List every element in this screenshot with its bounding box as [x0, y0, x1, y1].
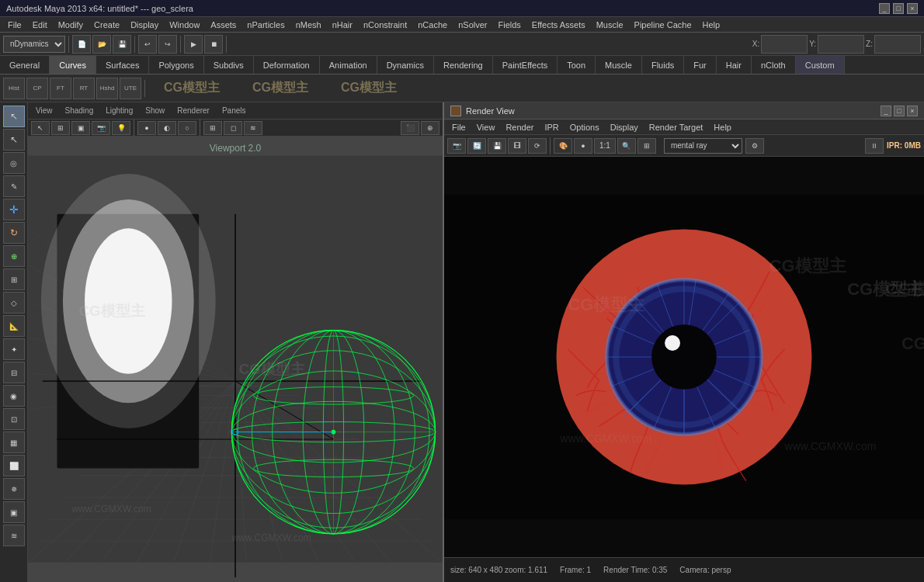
- menu-nsolver[interactable]: nSolver: [453, 19, 492, 31]
- tab-fur[interactable]: Fur: [684, 56, 717, 74]
- viewport-menu-show[interactable]: Show: [142, 105, 168, 116]
- tool-move[interactable]: ✛: [3, 199, 25, 220]
- menu-create[interactable]: Create: [89, 19, 124, 31]
- vp-btn-res[interactable]: ⬛: [401, 121, 419, 135]
- vp-btn-bump[interactable]: ≋: [244, 121, 262, 135]
- render-engine-select[interactable]: mental ray Maya Software Maya Hardware: [664, 138, 742, 154]
- render-menu-file[interactable]: File: [447, 121, 471, 133]
- menu-nhair[interactable]: nHair: [328, 19, 357, 31]
- tool-outliner[interactable]: ▦: [3, 431, 25, 453]
- tab-fluids[interactable]: Fluids: [642, 56, 684, 74]
- menu-modify[interactable]: Modify: [54, 19, 88, 31]
- tool-snap[interactable]: ⊟: [3, 362, 25, 383]
- render-menu-help[interactable]: Help: [709, 121, 736, 133]
- tool-measure[interactable]: 📐: [3, 315, 25, 337]
- tool-paint[interactable]: ✎: [3, 175, 25, 197]
- tab-polygons[interactable]: Polygons: [149, 56, 203, 74]
- tab-surfaces[interactable]: Surfaces: [96, 56, 149, 74]
- tab-general[interactable]: General: [0, 56, 50, 74]
- menu-window[interactable]: Window: [165, 19, 204, 31]
- menu-pipeline[interactable]: Pipeline Cache: [630, 19, 696, 31]
- shelf-ft[interactable]: FT: [50, 78, 71, 99]
- tab-custom[interactable]: Custom: [796, 56, 845, 74]
- render-menu-rendertarget[interactable]: Render Target: [644, 121, 708, 133]
- render-ratio-btn[interactable]: 1:1: [594, 138, 616, 154]
- menu-help[interactable]: Help: [698, 19, 725, 31]
- render-close[interactable]: ×: [907, 106, 918, 116]
- tab-painteffects[interactable]: PaintEffects: [493, 56, 558, 74]
- toolbar-undo[interactable]: ↩: [138, 35, 157, 54]
- tab-toon[interactable]: Toon: [558, 56, 596, 74]
- toolbar-open[interactable]: 📂: [92, 35, 111, 54]
- render-menu-view[interactable]: View: [472, 121, 500, 133]
- menu-file[interactable]: File: [3, 19, 26, 31]
- render-engine-settings[interactable]: ⚙: [745, 138, 764, 154]
- viewport-menu-panels[interactable]: Panels: [219, 105, 249, 116]
- minimize-button[interactable]: _: [879, 3, 890, 14]
- render-maximize[interactable]: □: [894, 106, 905, 116]
- render-btn-4[interactable]: 🎞: [508, 138, 526, 154]
- render-menu-render[interactable]: Render: [501, 121, 538, 133]
- menu-effects[interactable]: Effects Assets: [527, 19, 590, 31]
- vp-btn-cam[interactable]: 📷: [92, 121, 110, 135]
- render-btn-circle[interactable]: ●: [574, 138, 592, 154]
- tool-select2[interactable]: ↖: [3, 129, 25, 151]
- maximize-button[interactable]: □: [893, 3, 904, 14]
- viewport-menu-renderer[interactable]: Renderer: [174, 105, 213, 116]
- vp-btn-shade2[interactable]: ◐: [158, 121, 176, 135]
- render-btn-frame[interactable]: ⊞: [637, 138, 656, 154]
- vp-btn-grid[interactable]: ⊞: [203, 121, 222, 135]
- tool-fluid[interactable]: ≋: [3, 525, 25, 546]
- vp-btn-1[interactable]: ↖: [31, 121, 50, 135]
- render-color-btn[interactable]: 🎨: [554, 138, 572, 154]
- menu-ncache[interactable]: nCache: [413, 19, 452, 31]
- tool-skew[interactable]: ◇: [3, 292, 25, 314]
- vp-btn-2[interactable]: ⊞: [51, 121, 70, 135]
- vp-btn-aa[interactable]: ◻: [224, 121, 242, 135]
- render-btn-1[interactable]: 📷: [447, 138, 466, 154]
- tool-rotate[interactable]: ↻: [3, 222, 25, 244]
- toolbar-stop[interactable]: ⏹: [204, 35, 223, 54]
- shelf-hist[interactable]: Hist: [3, 78, 25, 99]
- shelf-ute[interactable]: UTE: [120, 78, 141, 99]
- render-minimize[interactable]: _: [881, 106, 891, 116]
- viewport-menu-view[interactable]: View: [33, 105, 56, 116]
- shelf-rt[interactable]: RT: [73, 78, 95, 99]
- render-menu-options[interactable]: Options: [565, 121, 604, 133]
- coord-y-field[interactable]: [818, 35, 864, 54]
- tab-curves[interactable]: Curves: [50, 56, 96, 74]
- vp-btn-shade1[interactable]: ●: [137, 121, 156, 135]
- shelf-hshd[interactable]: Hshd: [96, 78, 118, 99]
- menu-fields[interactable]: Fields: [493, 19, 525, 31]
- menu-nmesh[interactable]: nMesh: [291, 19, 326, 31]
- tab-rendering[interactable]: Rendering: [434, 56, 493, 74]
- render-btn-5[interactable]: ⟳: [528, 138, 547, 154]
- shelf-cp[interactable]: CP: [26, 78, 48, 99]
- tool-fx[interactable]: ✵: [3, 478, 25, 500]
- render-pause-btn[interactable]: II: [865, 138, 884, 154]
- toolbar-redo[interactable]: ↪: [158, 35, 177, 54]
- menu-assets[interactable]: Assets: [206, 19, 241, 31]
- vp-btn-3[interactable]: ▣: [71, 121, 90, 135]
- render-menu-display[interactable]: Display: [606, 121, 643, 133]
- tool-soft[interactable]: ◉: [3, 385, 25, 407]
- tool-cloth[interactable]: ▣: [3, 501, 25, 523]
- tool-manip[interactable]: ⊞: [3, 268, 25, 290]
- coord-x-field[interactable]: [761, 35, 808, 54]
- vp-btn-extra[interactable]: ⊕: [421, 121, 439, 135]
- tab-hair[interactable]: Hair: [717, 56, 752, 74]
- tool-history[interactable]: ⊡: [3, 408, 25, 430]
- tab-deformation[interactable]: Deformation: [254, 56, 320, 74]
- menu-nconstraint[interactable]: nConstraint: [359, 19, 412, 31]
- render-btn-2[interactable]: 🔄: [467, 138, 486, 154]
- toolbar-new[interactable]: 📄: [72, 35, 91, 54]
- tool-lasso[interactable]: ◎: [3, 152, 25, 174]
- tab-ncloth[interactable]: nCloth: [752, 56, 796, 74]
- menu-nparticles[interactable]: nParticles: [242, 19, 289, 31]
- tool-render[interactable]: ⬜: [3, 455, 25, 476]
- menu-display[interactable]: Display: [126, 19, 163, 31]
- viewport-menu-lighting[interactable]: Lighting: [102, 105, 136, 116]
- tool-select[interactable]: ↖: [3, 106, 25, 127]
- tab-muscle[interactable]: Muscle: [596, 56, 642, 74]
- render-menu-ipr[interactable]: IPR: [540, 121, 563, 133]
